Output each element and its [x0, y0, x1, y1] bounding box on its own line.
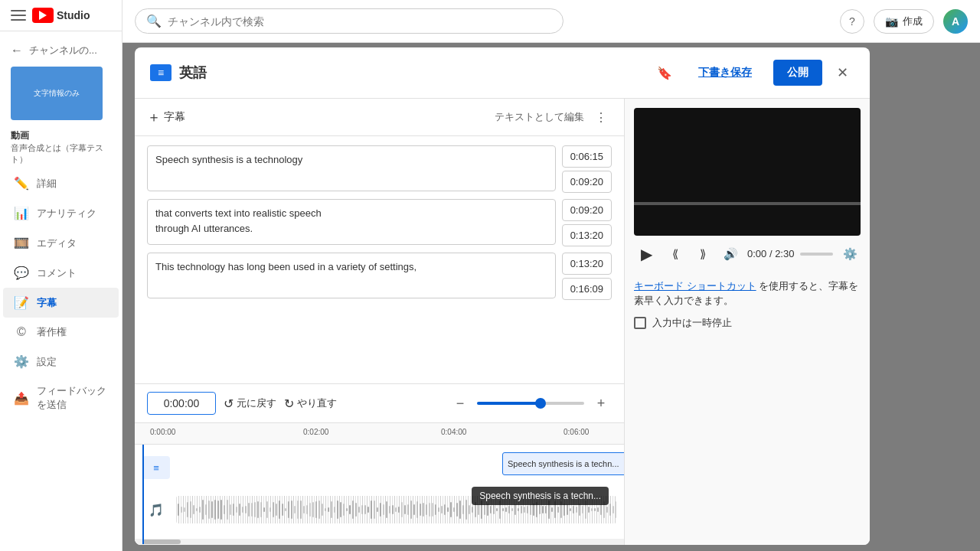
sidebar-item-editor[interactable]: 🎞️ エディタ — [3, 228, 119, 258]
caption-start-time-2[interactable]: 0:09:20 — [562, 199, 612, 221]
zoom-controls: − + — [449, 393, 612, 414]
undo-button[interactable]: ↺ 元に戻す — [224, 396, 276, 411]
caption-text-2[interactable]: that converts text into realistic speech… — [147, 199, 556, 245]
undo-icon: ↺ — [224, 396, 234, 411]
sidebar-item-subtitles[interactable]: 📝 字幕 — [3, 288, 119, 318]
zoom-in-button[interactable]: + — [590, 393, 612, 414]
add-caption-button[interactable]: ＋ 字幕 — [147, 108, 185, 126]
create-button[interactable]: 📷 作成 — [874, 9, 934, 34]
skip-back-icon: ⟪ — [672, 247, 678, 261]
topbar: 🔍 ? 📷 作成 A — [122, 0, 980, 43]
caption-row: Speech synthesis is a technology 0:06:15… — [135, 142, 624, 196]
time-position-input[interactable] — [147, 392, 216, 415]
close-button[interactable]: ✕ — [830, 60, 854, 85]
modal-title: 英語 — [179, 64, 207, 82]
pause-on-input: 入力中は一時停止 — [634, 316, 861, 330]
modal-header-actions: 🔖 下書き保存 公開 ✕ — [652, 60, 854, 86]
sidebar-item-comments[interactable]: 💬 コメント — [3, 258, 119, 288]
volume-button[interactable]: 🔊 — [720, 243, 741, 265]
modal-header: 英語 🔖 下書き保存 公開 ✕ — [135, 47, 870, 99]
back-arrow-icon: ← — [11, 44, 23, 57]
sidebar-item-details[interactable]: ✏️ 詳細 — [3, 168, 119, 198]
sidebar-item-label: 詳細 — [37, 177, 57, 191]
video-settings-button[interactable]: ⚙️ — [839, 243, 861, 265]
caption-end-time-3[interactable]: 0:16:09 — [562, 278, 612, 300]
shortcut-link[interactable]: キーボード ショートカット — [634, 280, 756, 292]
zoom-out-button[interactable]: − — [449, 393, 471, 414]
main-content: 英語 🔖 下書き保存 公開 ✕ ＋ 字幕 — [122, 43, 980, 551]
skip-forward-button[interactable]: ⟫ — [692, 243, 714, 265]
avatar[interactable]: A — [943, 9, 968, 34]
modal-body: ＋ 字幕 テキストとして編集 ⋮ Speech synthesis is a t… — [135, 99, 870, 545]
edit-as-text-button[interactable]: テキストとして編集 — [495, 110, 584, 124]
thumbnail-label: 文字情報のみ — [34, 88, 80, 99]
caption-timeline-block[interactable]: Speech synthesis is a techn... — [502, 452, 624, 475]
sidebar-nav: ← チャンネルの... 文字情報のみ 動画 音声合成とは（字幕テスト） ✏️ 詳… — [0, 31, 122, 551]
create-icon: 📷 — [885, 15, 898, 28]
search-bar[interactable]: 🔍 — [135, 8, 564, 34]
caption-track-icon: ≡ — [142, 456, 170, 479]
subtitles-icon: 📝 — [14, 295, 29, 310]
skip-back-button[interactable]: ⟪ — [665, 243, 686, 265]
back-label: チャンネルの... — [29, 44, 97, 57]
more-options-button[interactable]: ⋮ — [590, 106, 612, 128]
caption-end-time-1[interactable]: 0:09:20 — [562, 171, 612, 193]
zoom-slider[interactable] — [477, 402, 584, 405]
play-button[interactable]: ▶ — [634, 242, 658, 266]
timeline-ruler: 0:00:00 0:02:00 0:04:00 0:06:00 — [135, 423, 624, 445]
video-progress-bar[interactable] — [634, 202, 861, 205]
timeline-scrollbar[interactable] — [135, 539, 624, 545]
pause-on-input-checkbox[interactable] — [634, 317, 646, 329]
sidebar-item-label: 字幕 — [37, 296, 57, 310]
video-player — [634, 108, 861, 236]
zoom-in-icon: + — [597, 396, 606, 412]
caption-start-time-1[interactable]: 0:06:15 — [562, 145, 612, 168]
sidebar-item-settings[interactable]: ⚙️ 設定 — [3, 347, 119, 377]
caption-times-2: 0:09:20 0:13:20 — [562, 199, 612, 246]
menu-icon[interactable] — [11, 8, 26, 23]
analytics-icon: 📊 — [14, 206, 29, 220]
right-panel: ▶ ⟪ ⟫ 🔊 0:00 / 2:30 — [625, 99, 870, 545]
caption-row: that converts text into realistic speech… — [135, 196, 624, 249]
caption-end-time-2[interactable]: 0:13:20 — [562, 224, 612, 246]
subtitle-editor-modal: 英語 🔖 下書き保存 公開 ✕ ＋ 字幕 — [135, 47, 870, 545]
redo-label: やり直す — [297, 396, 337, 410]
sidebar-item-label: 設定 — [37, 355, 57, 369]
captions-toolbar: ＋ 字幕 テキストとして編集 ⋮ — [135, 99, 624, 136]
publish-button[interactable]: 公開 — [773, 60, 822, 86]
video-seekbar[interactable] — [800, 253, 833, 256]
music-icon: 🎵 — [142, 496, 170, 523]
redo-icon: ↻ — [284, 396, 294, 411]
sidebar-back-button[interactable]: ← チャンネルの... — [0, 37, 122, 64]
save-draft-button[interactable]: 下書き保存 — [684, 60, 766, 86]
volume-icon: 🔊 — [724, 247, 738, 261]
feedback-icon: 📤 — [14, 391, 29, 406]
video-thumbnail: 文字情報のみ — [11, 67, 103, 120]
ruler-marker-1: 0:02:00 — [303, 428, 328, 436]
help-button[interactable]: ? — [840, 9, 864, 34]
sidebar-item-analytics[interactable]: 📊 アナリティク — [3, 198, 119, 228]
caption-block-text: Speech synthesis is a techn... — [508, 459, 619, 468]
caption-times-1: 0:06:15 0:09:20 — [562, 145, 612, 193]
sidebar-item-copyright[interactable]: ©️ 著作権 — [3, 318, 119, 347]
caption-tooltip: Speech synthesis is a techn... — [472, 487, 609, 505]
timeline-scrollbar-thumb[interactable] — [142, 540, 181, 544]
caption-text-1[interactable]: Speech synthesis is a technology — [147, 145, 556, 191]
caption-start-time-3[interactable]: 0:13:20 — [562, 253, 612, 275]
zoom-out-icon: − — [456, 396, 465, 412]
avatar-initials: A — [952, 15, 959, 28]
gear-icon: ⚙️ — [843, 247, 858, 261]
video-controls: ▶ ⟪ ⟫ 🔊 0:00 / 2:30 — [634, 236, 861, 272]
captions-list: Speech synthesis is a technology 0:06:15… — [135, 136, 624, 383]
ruler-marker-0: 0:00:00 — [150, 428, 175, 436]
timeline-area: 0:00:00 0:02:00 0:04:00 0:06:00 ≡ — [135, 422, 624, 545]
skip-forward-icon: ⟫ — [700, 247, 706, 261]
redo-button[interactable]: ↻ やり直す — [284, 396, 337, 411]
add-icon: ＋ — [147, 108, 161, 126]
sidebar-item-feedback[interactable]: 📤 フィードバックを送信 — [3, 377, 119, 419]
timeline-playhead[interactable] — [142, 445, 144, 544]
bookmark-icon-button[interactable]: 🔖 — [652, 60, 677, 85]
sidebar-header: Studio — [0, 0, 122, 31]
caption-text-3[interactable]: This technology has long been used in a … — [147, 253, 556, 298]
search-input[interactable] — [168, 15, 552, 28]
